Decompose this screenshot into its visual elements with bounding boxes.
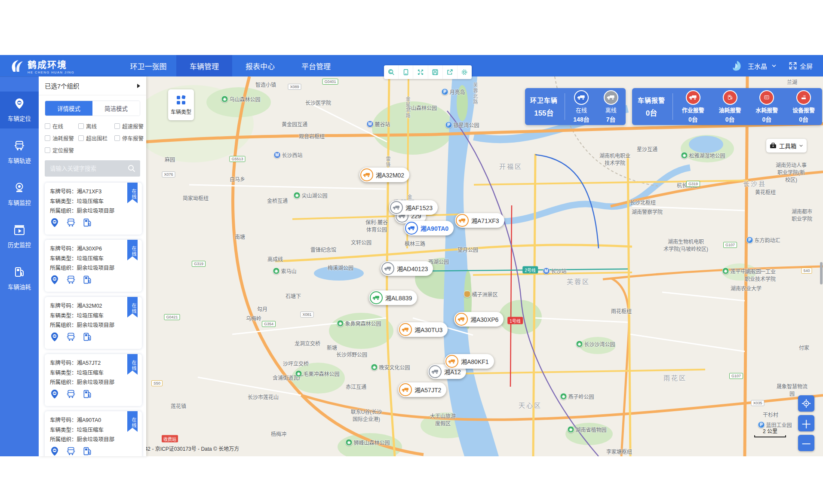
nav-item[interactable]: 环卫一张图 xyxy=(120,55,176,76)
nav-item[interactable]: 报表中心 xyxy=(232,55,288,76)
vehicle-card-list[interactable]: 在线车牌号码：湘A71XF3车辆类型：垃圾压缩车所属组织：厨余垃圾项目部在线车牌… xyxy=(39,181,146,456)
mode-tab[interactable]: 详情模式 xyxy=(45,101,92,116)
offline-stat: 离线 7台 xyxy=(596,90,626,123)
checkbox-icon[interactable] xyxy=(114,123,120,129)
vehicle-stats-panel: 环卫车辆 155台 在线 148台 离线 7台 xyxy=(525,88,626,125)
page-scrollbar-thumb[interactable] xyxy=(820,262,823,284)
filter-checkbox[interactable]: 停车报警 xyxy=(114,134,144,142)
map-label: 智造小镇 xyxy=(255,81,276,88)
vehicle-card[interactable]: 在线车牌号码：湘A71XF3车辆类型：垃圾压缩车所属组织：厨余垃圾项目部 xyxy=(45,183,142,235)
vehicle-marker[interactable]: 湘AL8839 xyxy=(369,290,417,305)
marker-truck-icon xyxy=(390,201,403,214)
vehicle-marker[interactable]: 湘AF1523 xyxy=(389,200,438,215)
track-vehicle-icon[interactable] xyxy=(66,389,76,402)
track-vehicle-icon[interactable] xyxy=(66,218,76,231)
marker-truck-icon xyxy=(455,313,468,326)
marker-truck-icon xyxy=(456,214,469,227)
export-icon[interactable] xyxy=(443,65,458,79)
map-label: 文轩公园 xyxy=(351,238,372,246)
settings-icon[interactable] xyxy=(458,65,472,79)
vehicle-marker[interactable]: 湘A80KF1 xyxy=(445,354,494,369)
vehicle-marker[interactable]: 湘A30TU3 xyxy=(398,322,448,337)
vehicle-card[interactable]: 在线车牌号码：湘A30XP6车辆类型：垃圾压缩车所属组织：厨余垃圾项目部 xyxy=(45,240,142,292)
locate-vehicle-icon[interactable] xyxy=(50,389,59,402)
toll-station-chip: 收费站 xyxy=(162,435,178,443)
locate-vehicle-icon[interactable] xyxy=(50,218,59,231)
map-canvas[interactable]: 智造小镇兰湖♣乌山森林公园长沙医学院黄金园互通P月亮岛P银星湾公园观音岩枢纽M长… xyxy=(146,76,823,456)
sidebar-item[interactable]: 历史监控 xyxy=(0,218,39,255)
track-vehicle-icon[interactable] xyxy=(66,446,76,457)
user-name[interactable]: 王水晶 xyxy=(748,61,767,70)
road-badge: G319 xyxy=(686,181,700,187)
track-vehicle-icon[interactable] xyxy=(66,275,76,288)
vehicle-marker[interactable]: 湘A30XP6 xyxy=(454,312,504,327)
nav-item[interactable]: 平台管理 xyxy=(288,55,344,76)
save-icon[interactable] xyxy=(428,65,443,79)
zoom-search-icon[interactable] xyxy=(384,65,399,79)
app-logo: 鹤成环境 HE CHENG HUAN JING xyxy=(0,58,120,74)
fuel-vehicle-icon[interactable] xyxy=(83,332,92,345)
filter-checkbox[interactable]: 离线 xyxy=(78,122,113,130)
vehicle-card[interactable]: 在线车牌号码：湘A32M02车辆类型：垃圾压缩车所属组织：厨余垃圾项目部 xyxy=(45,297,142,349)
filter-checkbox[interactable]: 超速报警 xyxy=(114,122,144,130)
checkbox-icon[interactable] xyxy=(78,123,84,129)
vehicle-marker[interactable]: 湘A90TA0 xyxy=(404,221,454,235)
filter-checkbox[interactable]: 在线 xyxy=(45,122,77,130)
org-expand-arrow-icon[interactable] xyxy=(137,84,140,88)
fuel-vehicle-icon[interactable] xyxy=(83,218,92,231)
locate-vehicle-icon[interactable] xyxy=(50,332,59,345)
fuel-vehicle-icon[interactable] xyxy=(83,275,92,288)
filter-checkbox[interactable]: 超出围栏 xyxy=(78,134,113,142)
vehicle-marker[interactable]: 湘A57JT2 xyxy=(398,382,446,397)
search-input[interactable] xyxy=(45,160,140,177)
filter-checkbox[interactable]: 油耗报警 xyxy=(45,134,77,142)
checkbox-icon[interactable] xyxy=(45,147,50,153)
vehicle-marker[interactable]: 湘A32M02 xyxy=(359,168,409,182)
fuel-vehicle-icon[interactable] xyxy=(83,389,92,402)
checkbox-icon[interactable] xyxy=(114,135,120,141)
sidebar-item-label: 车辆定位 xyxy=(8,114,31,122)
sidebar-item[interactable]: 车辆轨迹 xyxy=(0,134,39,171)
locate-vehicle-icon[interactable] xyxy=(50,275,59,288)
track-vehicle-icon[interactable] xyxy=(66,332,76,345)
fuel-vehicle-icon[interactable] xyxy=(83,446,92,457)
checkbox-icon[interactable] xyxy=(45,123,50,129)
map-label: M长沙西站 xyxy=(273,151,302,159)
map-label: 望月公园 xyxy=(458,246,478,253)
locate-button[interactable] xyxy=(798,395,814,412)
user-avatar[interactable] xyxy=(731,59,743,72)
chevron-down-icon[interactable] xyxy=(771,63,777,68)
nav-item[interactable]: 车辆管理 xyxy=(176,55,232,76)
map-label: 天心区 xyxy=(519,400,542,409)
checkbox-icon[interactable] xyxy=(45,135,50,141)
locate-vehicle-icon[interactable] xyxy=(50,446,59,457)
zoom-in-button[interactable]: ＋ xyxy=(798,415,814,431)
toolbox-button[interactable]: 工具箱 xyxy=(766,139,807,153)
sidebar-item[interactable]: 车辆定位 xyxy=(0,92,39,128)
vehicle-type-button[interactable]: 车辆类型 xyxy=(168,89,194,120)
map-label: P东方韵动汇 xyxy=(746,236,780,244)
card-plate: 车牌号码：湘A30XP6 xyxy=(50,244,137,254)
sidebar-item[interactable]: 车辆油耗 xyxy=(0,260,39,297)
vehicle-card[interactable]: 在线车牌号码：湘A90TA0车辆类型：垃圾压缩车所属组织：厨余垃圾项目部 xyxy=(45,411,142,456)
expand-icon[interactable] xyxy=(413,65,428,79)
mode-tab[interactable]: 简洁模式 xyxy=(92,101,140,116)
fuel-icon xyxy=(14,266,25,279)
zoom-out-button[interactable]: － xyxy=(798,435,814,451)
map-label: 晟象智慧物流园 xyxy=(777,382,808,397)
main-nav: 环卫一张图车辆管理报表中心平台管理 xyxy=(120,55,344,76)
fuel-icon xyxy=(723,90,737,105)
poi-green-icon: ♣ xyxy=(371,363,378,370)
fullscreen-button[interactable]: 全屏 xyxy=(789,61,813,70)
vehicle-marker[interactable]: 湘AD40123 xyxy=(381,261,433,276)
checkbox-icon[interactable] xyxy=(78,135,84,141)
search-box xyxy=(45,160,140,177)
vehicle-marker[interactable]: 湘A71XF3 xyxy=(455,213,504,228)
map-label: 湖南三一工业 职业技术学院 xyxy=(745,268,776,282)
filter-checkbox[interactable]: 定位报警 xyxy=(45,146,77,154)
road-badge: G0421 xyxy=(164,314,180,320)
vehicle-card[interactable]: 在线车牌号码：湘A57JT2车辆类型：垃圾压缩车所属组织：厨余垃圾项目部 xyxy=(45,354,142,406)
search-icon[interactable] xyxy=(127,164,136,173)
sidebar-item[interactable]: 车辆监控 xyxy=(0,176,39,213)
monitor-icon[interactable] xyxy=(399,65,413,79)
